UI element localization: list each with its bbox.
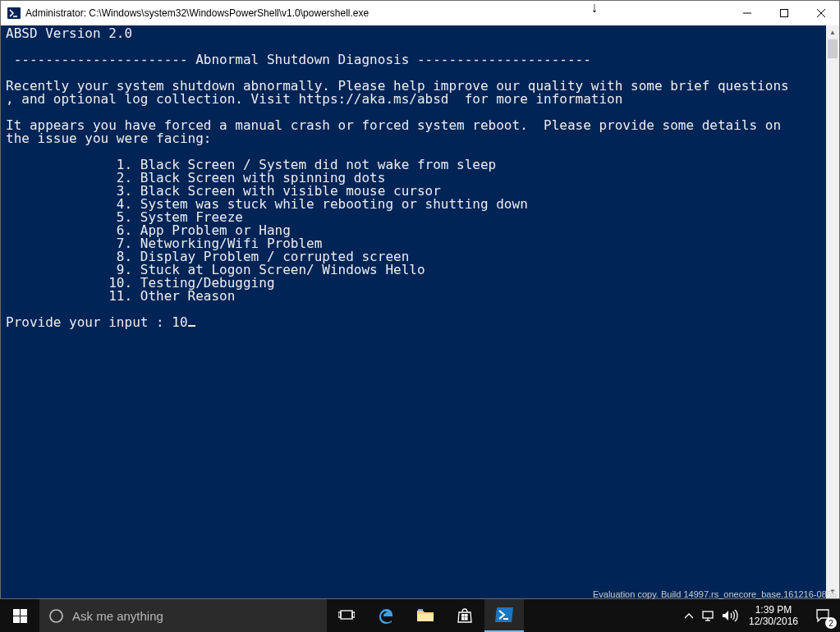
console-text: ABSD Version 2.0 ---------------------- … bbox=[1, 25, 826, 598]
scrollbar[interactable]: ▲ ▼ bbox=[826, 25, 839, 598]
taskbar: Ask me anything bbox=[0, 599, 840, 632]
clock-date: 12/30/2016 bbox=[749, 616, 798, 627]
svg-rect-11 bbox=[341, 611, 352, 619]
console-area[interactable]: ABSD Version 2.0 ---------------------- … bbox=[1, 25, 839, 598]
start-button[interactable] bbox=[0, 599, 39, 632]
scroll-thumb[interactable] bbox=[828, 39, 838, 58]
svg-rect-19 bbox=[465, 617, 468, 621]
svg-rect-8 bbox=[13, 616, 20, 623]
minimize-button[interactable] bbox=[728, 1, 765, 25]
task-view-button[interactable] bbox=[327, 599, 366, 632]
taskbar-powershell-button[interactable] bbox=[484, 599, 524, 632]
svg-rect-7 bbox=[21, 609, 27, 616]
svg-point-10 bbox=[50, 610, 62, 622]
svg-rect-3 bbox=[780, 10, 787, 17]
window-title: Administrator: C:\Windows\system32\Windo… bbox=[25, 7, 369, 19]
tray-network-icon[interactable] bbox=[699, 599, 718, 632]
window-titlebar[interactable]: Administrator: C:\Windows\system32\Windo… bbox=[1, 1, 839, 25]
search-placeholder: Ask me anything bbox=[72, 609, 163, 623]
evaluation-watermark: Evaluation copy. Build 14997.rs_onecore_… bbox=[593, 589, 837, 599]
clock-time: 1:39 PM bbox=[755, 604, 792, 616]
close-button[interactable] bbox=[802, 1, 839, 25]
action-center-button[interactable]: 2 bbox=[806, 599, 840, 632]
maximize-button[interactable] bbox=[765, 1, 802, 25]
text-cursor bbox=[188, 325, 195, 327]
powershell-window: Administrator: C:\Windows\system32\Windo… bbox=[0, 0, 840, 599]
svg-rect-15 bbox=[418, 609, 423, 611]
svg-rect-12 bbox=[338, 612, 341, 617]
taskbar-edge-button[interactable] bbox=[366, 599, 406, 632]
taskbar-clock[interactable]: 1:39 PM 12/30/2016 bbox=[741, 599, 806, 632]
svg-rect-17 bbox=[465, 614, 468, 617]
svg-rect-9 bbox=[21, 616, 27, 623]
svg-rect-21 bbox=[703, 611, 713, 618]
action-center-badge: 2 bbox=[825, 617, 837, 629]
svg-rect-14 bbox=[417, 614, 434, 621]
svg-rect-16 bbox=[461, 614, 465, 617]
cortana-icon bbox=[39, 608, 72, 624]
tray-chevron-up-icon[interactable] bbox=[679, 599, 699, 632]
svg-rect-18 bbox=[461, 617, 465, 621]
taskbar-file-explorer-button[interactable] bbox=[406, 599, 445, 632]
powershell-icon bbox=[7, 7, 21, 20]
svg-rect-13 bbox=[352, 612, 355, 617]
scroll-up-button[interactable]: ▲ bbox=[826, 25, 839, 39]
scroll-track[interactable] bbox=[826, 39, 839, 584]
svg-rect-6 bbox=[13, 609, 20, 616]
system-tray: 1:39 PM 12/30/2016 2 bbox=[679, 599, 840, 632]
taskbar-store-button[interactable] bbox=[445, 599, 484, 632]
cortana-search-box[interactable]: Ask me anything bbox=[39, 599, 327, 632]
tray-volume-icon[interactable] bbox=[718, 599, 741, 632]
